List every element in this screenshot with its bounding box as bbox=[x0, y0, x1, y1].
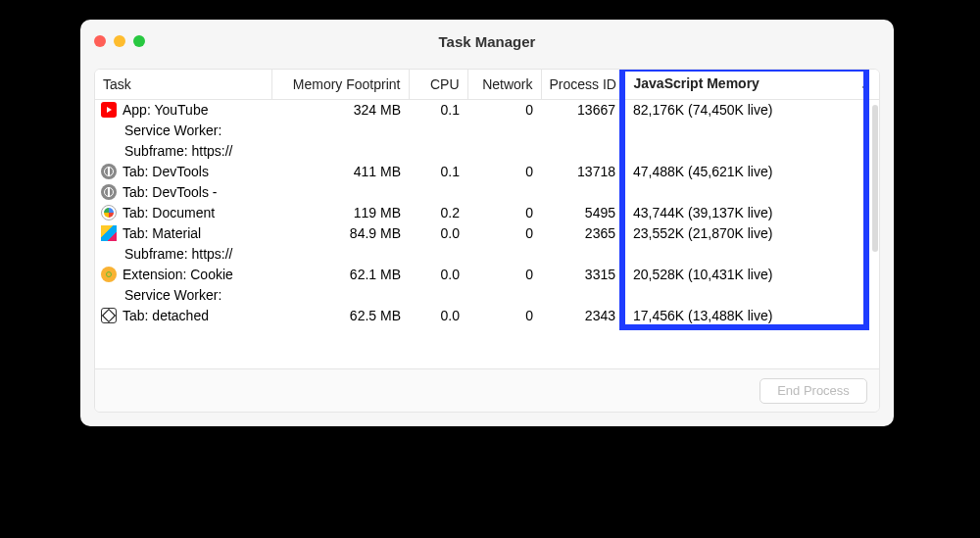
cell-network bbox=[467, 141, 541, 162]
cell-pid bbox=[541, 244, 623, 265]
cell-jsmem: 17,456K (13,488K live) bbox=[623, 306, 879, 326]
codepen-icon bbox=[101, 308, 117, 323]
cell-network: 0 bbox=[467, 265, 541, 285]
minimize-icon[interactable] bbox=[114, 35, 125, 47]
table-row[interactable]: Tab: Document119 MB0.20549543,744K (39,1… bbox=[95, 203, 879, 223]
cell-cpu bbox=[409, 182, 467, 203]
cell-network: 0 bbox=[467, 203, 541, 223]
cell-cpu: 0.0 bbox=[409, 306, 467, 326]
vertical-scrollbar[interactable] bbox=[872, 105, 878, 252]
cell-pid bbox=[541, 285, 623, 306]
content-panel: Task Memory Footprint CPU Network Proces… bbox=[94, 69, 880, 413]
cell-task: Tab: Material bbox=[95, 223, 271, 244]
cell-memory: 411 MB bbox=[271, 162, 409, 182]
table-row[interactable]: Tab: detached62.5 MB0.00234317,456K (13,… bbox=[95, 306, 879, 326]
youtube-icon bbox=[101, 102, 117, 118]
material-icon bbox=[101, 225, 117, 241]
table-row[interactable]: Service Worker: bbox=[95, 285, 879, 306]
table-row[interactable]: Service Worker: bbox=[95, 121, 879, 141]
cell-pid: 2343 bbox=[541, 306, 623, 326]
cell-network: 0 bbox=[467, 223, 541, 244]
cell-task: Service Worker: bbox=[95, 121, 271, 141]
cell-network: 0 bbox=[467, 306, 541, 326]
cell-memory bbox=[271, 182, 409, 203]
cell-cpu bbox=[409, 285, 467, 306]
col-pid[interactable]: Process ID bbox=[541, 70, 623, 99]
cell-network bbox=[467, 182, 541, 203]
cell-pid: 13718 bbox=[541, 162, 623, 182]
cell-jsmem bbox=[623, 121, 879, 141]
cell-cpu bbox=[409, 244, 467, 265]
globe-icon bbox=[101, 164, 117, 179]
cell-jsmem bbox=[623, 141, 879, 162]
cell-memory: 62.1 MB bbox=[271, 265, 409, 285]
cell-jsmem bbox=[623, 182, 879, 203]
window-title: Task Manager bbox=[80, 33, 894, 50]
cell-network: 0 bbox=[467, 162, 541, 182]
cell-cpu: 0.0 bbox=[409, 223, 467, 244]
task-label: Subframe: https:// bbox=[124, 245, 233, 263]
col-memory[interactable]: Memory Footprint bbox=[271, 70, 409, 99]
task-label: Tab: Material bbox=[122, 224, 201, 242]
table-row[interactable]: Subframe: https:// bbox=[95, 244, 879, 265]
cell-network bbox=[467, 244, 541, 265]
zoom-icon[interactable] bbox=[133, 35, 145, 47]
cell-jsmem: 43,744K (39,137K live) bbox=[623, 203, 879, 223]
table-row[interactable]: Extension: Cookie62.1 MB0.00331520,528K … bbox=[95, 265, 879, 285]
cell-network: 0 bbox=[467, 99, 541, 121]
table-row[interactable]: Tab: DevTools411 MB0.101371847,488K (45,… bbox=[95, 162, 879, 182]
cell-pid: 2365 bbox=[541, 223, 623, 244]
col-network[interactable]: Network bbox=[467, 70, 541, 99]
task-label: Service Worker: bbox=[124, 122, 221, 139]
cell-task: Tab: Document bbox=[95, 203, 271, 223]
cell-network bbox=[467, 285, 541, 306]
col-jsmem[interactable]: JavaScript Memory ⌄ bbox=[623, 70, 879, 99]
cell-memory bbox=[271, 285, 409, 306]
cell-memory: 62.5 MB bbox=[271, 306, 409, 326]
cell-pid bbox=[541, 141, 623, 162]
footer-bar: End Process bbox=[95, 368, 879, 412]
doc-icon bbox=[101, 205, 117, 220]
task-label: Tab: DevTools - bbox=[122, 183, 217, 201]
cell-memory bbox=[271, 121, 409, 141]
cell-task: Service Worker: bbox=[95, 285, 271, 306]
task-label: App: YouTube bbox=[122, 101, 208, 119]
titlebar: Task Manager bbox=[80, 20, 894, 63]
table-row[interactable]: Tab: DevTools - bbox=[95, 182, 879, 203]
chevron-down-icon: ⌄ bbox=[860, 79, 869, 92]
cell-network bbox=[467, 121, 541, 141]
cell-cpu: 0.0 bbox=[409, 265, 467, 285]
cell-task: Subframe: https:// bbox=[95, 244, 271, 265]
task-label: Tab: Document bbox=[122, 204, 215, 221]
cell-jsmem: 82,176K (74,450K live) bbox=[623, 99, 879, 121]
cell-jsmem: 47,488K (45,621K live) bbox=[623, 162, 879, 182]
col-cpu[interactable]: CPU bbox=[409, 70, 467, 99]
cell-jsmem: 20,528K (10,431K live) bbox=[623, 265, 879, 285]
cell-jsmem: 23,552K (21,870K live) bbox=[623, 223, 879, 244]
cell-cpu bbox=[409, 121, 467, 141]
cell-task: Tab: DevTools bbox=[95, 162, 271, 182]
cell-pid: 3315 bbox=[541, 265, 623, 285]
task-label: Subframe: https:// bbox=[124, 142, 233, 160]
cell-pid: 13667 bbox=[541, 99, 623, 121]
task-label: Service Worker: bbox=[124, 286, 221, 304]
cell-pid bbox=[541, 121, 623, 141]
cell-cpu bbox=[409, 141, 467, 162]
cell-task: App: YouTube bbox=[95, 99, 271, 121]
col-task[interactable]: Task bbox=[95, 70, 271, 99]
task-label: Tab: detached bbox=[122, 307, 209, 324]
end-process-button[interactable]: End Process bbox=[760, 378, 867, 404]
cell-task: Extension: Cookie bbox=[95, 265, 271, 285]
cell-memory: 119 MB bbox=[271, 203, 409, 223]
cell-cpu: 0.1 bbox=[409, 99, 467, 121]
table-row[interactable]: Tab: Material84.9 MB0.00236523,552K (21,… bbox=[95, 223, 879, 244]
table-row[interactable]: Subframe: https:// bbox=[95, 141, 879, 162]
table-row[interactable]: App: YouTube324 MB0.101366782,176K (74,4… bbox=[95, 99, 879, 121]
cell-jsmem bbox=[623, 244, 879, 265]
cell-memory bbox=[271, 141, 409, 162]
task-label: Extension: Cookie bbox=[122, 266, 233, 283]
close-icon[interactable] bbox=[94, 35, 106, 47]
cell-pid bbox=[541, 182, 623, 203]
cell-task: Tab: DevTools - bbox=[95, 182, 271, 203]
cell-task: Subframe: https:// bbox=[95, 141, 271, 162]
